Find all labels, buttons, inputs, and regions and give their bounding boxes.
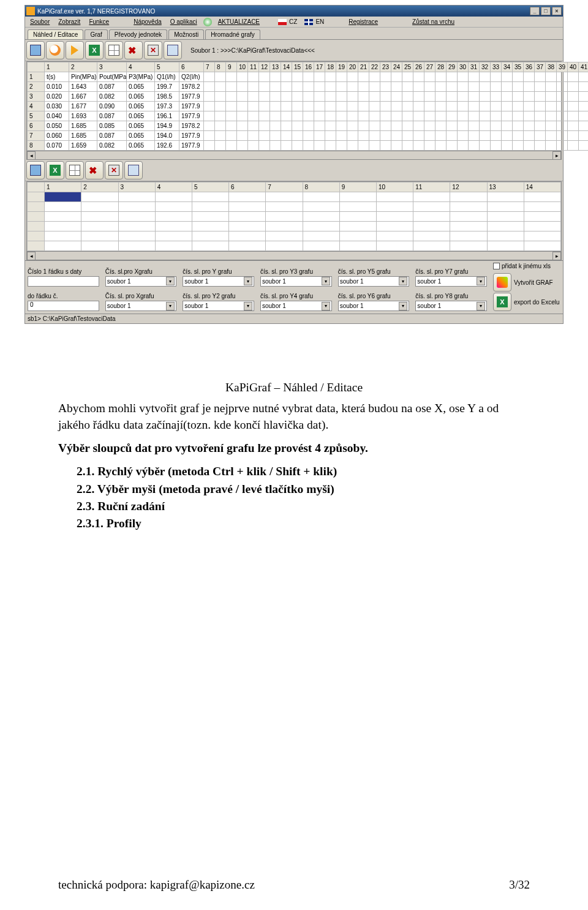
data-cell[interactable]: 199.7: [155, 82, 179, 92]
input-first-row[interactable]: [28, 276, 99, 287]
combo-y4col[interactable]: soubor 1▾: [260, 301, 332, 311]
lang-cz[interactable]: CZ: [289, 18, 297, 25]
data-cell[interactable]: 0.065: [127, 141, 155, 151]
col-header[interactable]: 8: [215, 62, 226, 72]
header-cell[interactable]: Q2(l/h): [179, 72, 204, 82]
grid2-hscroll[interactable]: ◂ ▸: [27, 251, 561, 260]
data-cell[interactable]: 1.685: [69, 121, 97, 131]
col-header[interactable]: 32: [480, 62, 491, 72]
close-button[interactable]: ×: [552, 7, 562, 15]
data-cell[interactable]: 1.659: [69, 141, 97, 151]
col-header[interactable]: 17: [314, 62, 325, 72]
col-header[interactable]: 26: [413, 62, 424, 72]
col-header[interactable]: 5: [192, 182, 228, 192]
row-header[interactable]: 2: [28, 82, 45, 92]
col-header[interactable]: 14: [524, 182, 560, 192]
combo-y5col[interactable]: soubor 1▾: [338, 276, 410, 287]
add-grid-button[interactable]: [164, 41, 182, 59]
data-grid-2[interactable]: 1234567891011121314 ◂ ▸: [26, 181, 562, 260]
col-header[interactable]: 33: [491, 62, 502, 72]
col-header[interactable]: 35: [513, 62, 524, 72]
menu-stayontop[interactable]: Zůstat na vrchu: [409, 18, 458, 26]
col-header[interactable]: 34: [502, 62, 513, 72]
data-cell[interactable]: 196.1: [155, 111, 179, 121]
excel-button[interactable]: [85, 41, 104, 59]
data-cell[interactable]: 0.070: [45, 141, 69, 151]
tab-nahled-editace[interactable]: Náhled / Editace: [28, 29, 83, 39]
menu-zobrazit[interactable]: Zobrazit: [55, 18, 84, 26]
menu-oaplikaci[interactable]: O aplikaci: [167, 18, 201, 26]
data-cell[interactable]: 0.040: [45, 111, 69, 121]
combo-y8col[interactable]: soubor 1▾: [415, 301, 487, 311]
col-header[interactable]: 3: [97, 62, 127, 72]
zoom-button[interactable]: [46, 41, 64, 59]
data-cell[interactable]: 1.685: [69, 131, 97, 141]
data-cell[interactable]: 1978.2: [179, 121, 204, 131]
input-last-row[interactable]: 0: [28, 301, 99, 311]
data-cell[interactable]: 0.065: [127, 102, 155, 111]
header-cell[interactable]: Q1(l/h): [155, 72, 179, 82]
data-grid-1[interactable]: 1234567891011121314151617181920212223242…: [26, 61, 562, 160]
data-cell[interactable]: 1.643: [69, 82, 97, 92]
data-cell[interactable]: 194.0: [155, 131, 179, 141]
grid1-hscroll[interactable]: ◂ ▸: [27, 151, 561, 159]
data-cell[interactable]: 1977.9: [179, 92, 204, 102]
delete-button-2[interactable]: ✖: [85, 161, 104, 179]
col-header[interactable]: 8: [303, 182, 339, 192]
col-header[interactable]: 41: [579, 62, 589, 72]
combo-xcol-2[interactable]: soubor 1▾: [105, 301, 177, 311]
data-cell[interactable]: 0.065: [127, 121, 155, 131]
row-header[interactable]: 1: [28, 72, 45, 82]
data-cell[interactable]: 0.060: [45, 131, 69, 141]
open-file-button-2[interactable]: [26, 161, 45, 179]
data-cell[interactable]: 192.6: [155, 141, 179, 151]
col-header[interactable]: 20: [347, 62, 358, 72]
forward-button[interactable]: [66, 41, 84, 59]
data-cell[interactable]: 0.010: [45, 82, 69, 92]
data-cell[interactable]: 1977.9: [179, 131, 204, 141]
data-cell[interactable]: 1977.9: [179, 111, 204, 121]
col-header[interactable]: [28, 182, 45, 192]
col-header[interactable]: 37: [535, 62, 546, 72]
create-graph-button[interactable]: Vytvořit GRAF: [493, 273, 560, 291]
checkbox-add-xls[interactable]: přidat k jinému xls: [493, 263, 560, 269]
add-grid-button-2[interactable]: [124, 161, 143, 179]
data-cell[interactable]: 194.9: [155, 121, 179, 131]
col-header[interactable]: [28, 62, 45, 72]
combo-y6col[interactable]: soubor 1▾: [338, 301, 410, 311]
menu-soubor[interactable]: Soubor: [26, 18, 53, 26]
col-header[interactable]: 4: [155, 182, 192, 192]
col-header[interactable]: 5: [155, 62, 179, 72]
data-cell[interactable]: 1978.2: [179, 82, 204, 92]
data-cell[interactable]: 0.087: [97, 111, 127, 121]
data-cell[interactable]: 198.5: [155, 92, 179, 102]
clear-grid-button-2[interactable]: [105, 161, 123, 179]
row-header[interactable]: 5: [28, 111, 45, 121]
data-cell[interactable]: 0.087: [97, 131, 127, 141]
combo-ycol[interactable]: soubor 1▾: [183, 276, 254, 287]
col-header[interactable]: 27: [424, 62, 435, 72]
combo-y3col[interactable]: soubor 1▾: [260, 276, 332, 287]
row-header[interactable]: 4: [28, 102, 45, 111]
data-cell[interactable]: 0.065: [127, 82, 155, 92]
col-header[interactable]: 21: [358, 62, 369, 72]
data-cell[interactable]: 1977.9: [179, 141, 204, 151]
excel-button-2[interactable]: [46, 161, 64, 179]
col-header[interactable]: 38: [546, 62, 557, 72]
col-header[interactable]: 22: [369, 62, 380, 72]
data-cell[interactable]: 0.065: [127, 131, 155, 141]
combo-xcol[interactable]: soubor 1▾: [105, 276, 177, 287]
header-cell[interactable]: t(s): [45, 72, 69, 82]
data-cell[interactable]: 0.065: [127, 92, 155, 102]
tab-prevody[interactable]: Převody jednotek: [109, 29, 167, 39]
tab-hromadne[interactable]: Hromadné grafy: [205, 29, 260, 39]
col-header[interactable]: 23: [380, 62, 391, 72]
col-header[interactable]: 15: [292, 62, 303, 72]
col-header[interactable]: 19: [336, 62, 347, 72]
data-cell[interactable]: 197.3: [155, 102, 179, 111]
col-header[interactable]: 13: [487, 182, 524, 192]
scroll-right-icon[interactable]: ▸: [552, 151, 561, 160]
flag-en-icon[interactable]: [304, 19, 313, 25]
col-header[interactable]: 13: [270, 62, 281, 72]
open-file-button[interactable]: [26, 41, 45, 59]
